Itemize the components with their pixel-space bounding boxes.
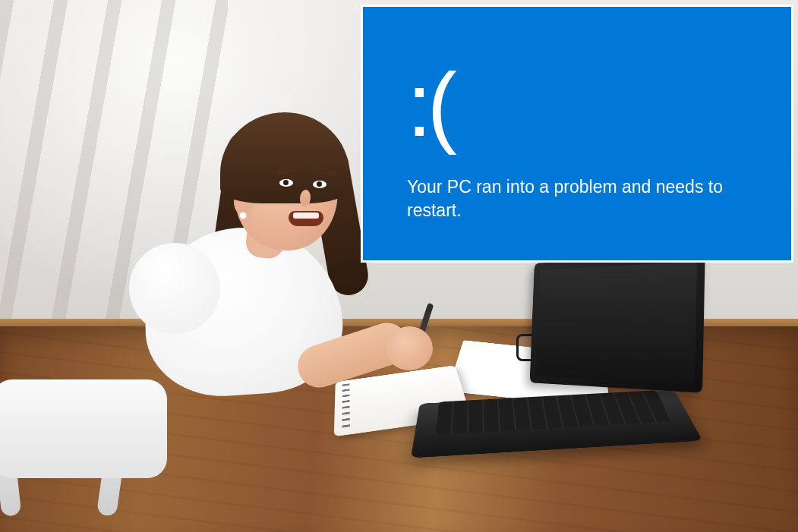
frustrated-person [84, 99, 402, 425]
composite-image: :( Your PC ran into a problem and needs … [0, 0, 798, 532]
laptop-screen [530, 253, 705, 393]
bsod-message: Your PC ran into a problem and needs to … [407, 175, 768, 222]
laptop [425, 273, 714, 471]
bsod-sad-face-icon: :( [407, 60, 768, 150]
bsod-overlay: :( Your PC ran into a problem and needs … [361, 5, 793, 263]
